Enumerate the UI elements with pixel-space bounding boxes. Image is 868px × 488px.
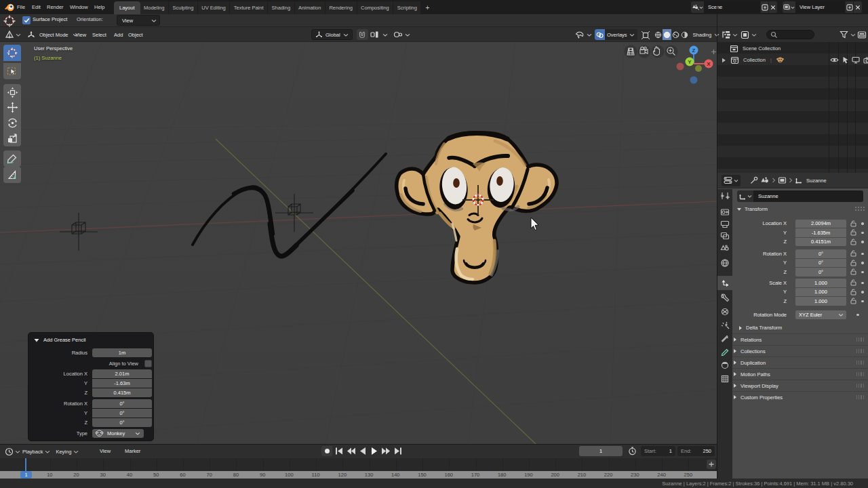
svg-text:Z: Z <box>692 47 696 54</box>
svg-text:Y: Y <box>688 59 692 65</box>
svg-text:X: X <box>707 61 711 67</box>
